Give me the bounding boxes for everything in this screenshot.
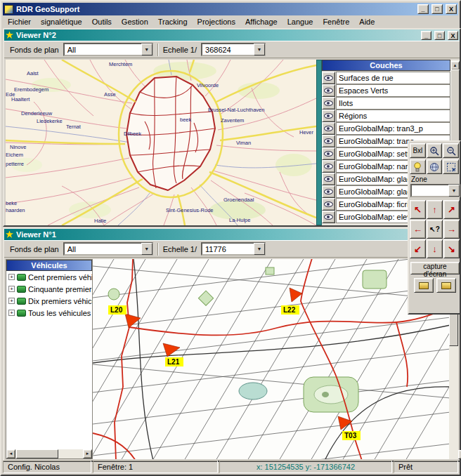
echelle-select[interactable]: 368624 [201, 43, 266, 56]
scrollbar-thumb[interactable] [16, 449, 58, 458]
layer-name[interactable]: Espaces Verts [336, 84, 450, 97]
pointer-help-button[interactable]: ↖? [427, 220, 443, 239]
select-area-button[interactable] [443, 159, 459, 174]
tree-item[interactable]: Cinquante premiers v [6, 283, 92, 295]
pan-southwest-button[interactable]: ↙ [410, 239, 426, 258]
chevron-down-icon[interactable] [141, 44, 152, 55]
eye-icon [324, 176, 333, 182]
tree-item[interactable]: Dix premiers véhicule [6, 295, 92, 307]
pan-west-button[interactable]: ← [410, 220, 426, 239]
layer-visibility-toggle[interactable] [322, 97, 335, 110]
menu-affichage[interactable]: Affichage [240, 16, 283, 27]
viewer2-title-bar[interactable]: Viewer N°2 _ □ X [4, 29, 460, 41]
viewer2-restore-button[interactable]: □ [434, 31, 445, 40]
menu-langue[interactable]: Langue [283, 16, 318, 27]
copy-screen-button[interactable] [414, 278, 434, 293]
marker-label: L21 [167, 358, 180, 366]
copy-screen-icon [419, 282, 429, 289]
chevron-down-icon[interactable] [254, 44, 265, 55]
layer-visibility-toggle[interactable] [322, 147, 335, 160]
fonds-de-plan-select[interactable]: All [63, 43, 153, 56]
town-label: Liedekerke [37, 118, 63, 124]
tree-item[interactable]: Tous les véhicules [6, 307, 92, 319]
menu-signaletique[interactable]: signalétique [36, 16, 87, 27]
menu-projections[interactable]: Projections [193, 16, 240, 27]
layer-visibility-toggle[interactable] [322, 72, 335, 84]
pan-north-button[interactable]: ↑ [427, 200, 443, 219]
menu-fenetre[interactable]: Fenêtre [318, 16, 354, 27]
layer-row: EuroGlobalMap: tran3_p [322, 122, 450, 135]
layer-name[interactable]: Ilots [336, 97, 450, 110]
title-bar[interactable]: RDR GeoSupport _ □ X [3, 3, 458, 15]
viewer1-title: Viewer N°1 [16, 230, 56, 239]
viewer1-title-bar[interactable]: Viewer N°1 _ □ X [4, 229, 460, 240]
pan-south-button[interactable]: ↓ [427, 239, 443, 258]
menu-aide[interactable]: Aide [354, 16, 379, 27]
town-label: Viman [236, 140, 251, 146]
pan-northeast-button[interactable]: ↗ [443, 200, 460, 219]
region-map-viewport[interactable]: Aalst Merchtem Vilvoorde Erembodegem Ede… [6, 60, 316, 225]
menu-bar: Fichier signalétique Outils Gestion Trac… [3, 15, 458, 28]
viewer2-minimize-button[interactable]: _ [421, 31, 431, 40]
layer-visibility-toggle[interactable] [322, 173, 335, 185]
menu-tracking[interactable]: Tracking [153, 16, 193, 27]
echelle-label: Echelle 1/ [163, 46, 197, 54]
screen-capture-button[interactable]: capture d'écran [410, 262, 460, 275]
layer-name[interactable]: Régions [336, 110, 450, 122]
zoom-in-button[interactable] [427, 143, 443, 158]
eye-icon [324, 201, 333, 207]
expand-icon[interactable] [8, 310, 15, 316]
menu-outils[interactable]: Outils [87, 16, 117, 27]
map-panel-splitter[interactable] [316, 60, 322, 225]
eye-icon [324, 164, 333, 169]
layer-visibility-toggle[interactable] [322, 122, 335, 135]
fonds-de-plan-select[interactable]: All [63, 242, 153, 256]
save-screen-button[interactable] [436, 278, 456, 293]
layer-visibility-toggle[interactable] [322, 211, 335, 223]
street-map: L20 L21 L22 T03 [93, 259, 450, 459]
pan-east-button[interactable]: → [443, 220, 460, 239]
town-label: Erembodegem [14, 86, 48, 93]
highlight-button[interactable] [410, 159, 426, 174]
viewer2-close-button[interactable]: X [448, 31, 458, 40]
viewer-icon [6, 32, 13, 39]
town-label: haarden [6, 207, 25, 213]
pan-southeast-button[interactable]: ↘ [443, 239, 460, 258]
expand-icon[interactable] [8, 286, 15, 292]
layer-name[interactable]: Surfaces de rue [336, 72, 450, 84]
lightbulb-icon [413, 162, 422, 172]
street-map-viewport[interactable]: L20 L21 L22 T03 [93, 259, 450, 459]
bxl-button[interactable]: Bxl [410, 143, 426, 158]
zoom-out-button[interactable] [443, 143, 459, 158]
layer-visibility-toggle[interactable] [322, 185, 335, 198]
eye-icon [324, 113, 333, 119]
zone-select[interactable] [410, 184, 460, 197]
layer-visibility-toggle[interactable] [322, 84, 335, 97]
pan-northwest-button[interactable]: ↖ [410, 200, 426, 219]
tree-item[interactable]: Cent premiers véhicu [6, 271, 92, 283]
layer-visibility-toggle[interactable] [322, 198, 335, 211]
eye-icon [324, 189, 333, 194]
menu-gestion[interactable]: Gestion [117, 16, 153, 27]
chevron-down-icon[interactable] [448, 185, 460, 197]
layer-visibility-toggle[interactable] [322, 160, 335, 173]
globe-button[interactable] [427, 159, 443, 174]
scroll-right-button[interactable] [83, 449, 92, 458]
layer-name[interactable]: EuroGlobalMap: tran3_p [336, 122, 450, 135]
layer-visibility-toggle[interactable] [322, 135, 335, 147]
maximize-button[interactable]: □ [431, 4, 443, 14]
chevron-down-icon[interactable] [141, 243, 152, 255]
echelle-select[interactable]: 11776 [201, 242, 266, 256]
status-coordinates: x: 151254535 y: -171366742 [219, 461, 392, 473]
minimize-button[interactable]: _ [417, 4, 429, 14]
menu-fichier[interactable]: Fichier [3, 16, 36, 27]
expand-icon[interactable] [8, 298, 15, 304]
scroll-left-button[interactable] [6, 449, 15, 458]
tree-horizontal-scrollbar[interactable] [6, 449, 92, 458]
close-button[interactable]: X [446, 4, 457, 14]
expand-icon[interactable] [8, 274, 15, 280]
save-screen-icon [441, 282, 451, 289]
layer-visibility-toggle[interactable] [322, 110, 335, 122]
chevron-down-icon[interactable] [254, 243, 265, 255]
scroll-down-button[interactable] [458, 450, 461, 459]
